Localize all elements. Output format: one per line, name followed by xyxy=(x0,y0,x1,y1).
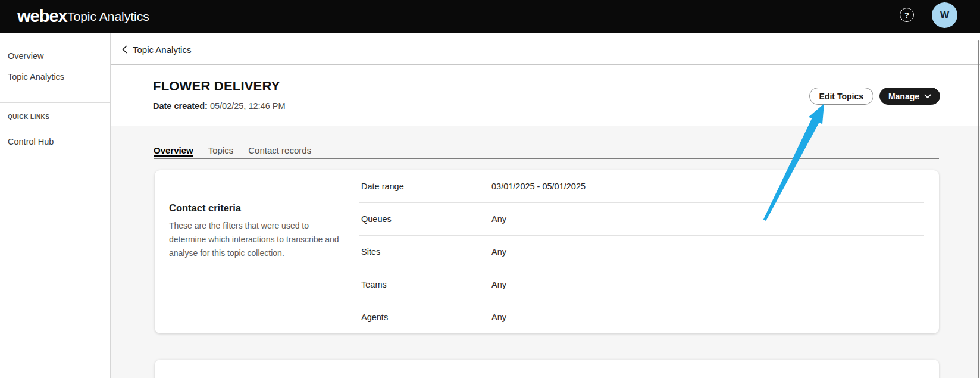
page-title: FLOWER DELIVERY xyxy=(153,80,280,93)
criteria-row-label: Sites xyxy=(361,247,491,257)
contact-criteria-heading: Contact criteria xyxy=(169,203,343,213)
app-header: webex Topic Analytics ? W xyxy=(0,0,980,33)
tab-topics[interactable]: Topics xyxy=(208,146,234,165)
breadcrumb-bar: Topic Analytics xyxy=(111,33,980,65)
criteria-row-value: Any xyxy=(491,280,506,289)
date-created-value: 05/02/25, 12:46 PM xyxy=(210,101,286,111)
sidebar: Overview Topic Analytics QUICK LINKS Con… xyxy=(0,33,111,378)
contact-criteria-card: Contact criteria These are the filters t… xyxy=(155,170,939,333)
help-question-mark: ? xyxy=(904,11,909,20)
avatar-initial: W xyxy=(940,10,949,21)
criteria-row-value: Any xyxy=(491,313,506,322)
criteria-row: AgentsAny xyxy=(359,301,924,333)
avatar[interactable]: W xyxy=(932,2,957,28)
app-title: Topic Analytics xyxy=(67,9,149,24)
breadcrumb-label[interactable]: Topic Analytics xyxy=(133,45,191,55)
manage-button-label: Manage xyxy=(888,92,919,101)
title-section: FLOWER DELIVERY Date created: 05/02/25, … xyxy=(111,65,980,126)
tabs-underline xyxy=(154,158,939,159)
date-created-label: Date created: xyxy=(153,101,208,111)
manage-button[interactable]: Manage xyxy=(879,88,940,105)
criteria-row: TeamsAny xyxy=(359,268,924,301)
criteria-row-value: 03/01/2025 - 05/01/2025 xyxy=(491,182,586,191)
criteria-row-label: Date range xyxy=(361,182,491,191)
criteria-row: Date range03/01/2025 - 05/01/2025 xyxy=(359,170,924,203)
contact-criteria-description: These are the filters that were used to … xyxy=(169,219,343,260)
next-card-partial xyxy=(155,360,939,378)
criteria-row-label: Teams xyxy=(361,280,491,289)
sidebar-divider xyxy=(0,102,110,103)
criteria-row-value: Any xyxy=(491,247,506,257)
date-created: Date created: 05/02/25, 12:46 PM xyxy=(153,101,285,111)
chevron-down-icon xyxy=(924,94,931,99)
back-chevron-icon[interactable] xyxy=(120,45,130,54)
content-area: OverviewTopicsContact records Contact cr… xyxy=(111,126,980,378)
criteria-row-label: Agents xyxy=(361,313,491,322)
quick-links-heading: QUICK LINKS xyxy=(8,114,50,120)
sidebar-item-topic-analytics[interactable]: Topic Analytics xyxy=(8,72,64,82)
criteria-row: QueuesAny xyxy=(359,203,924,236)
criteria-row-label: Queues xyxy=(361,214,491,224)
contact-criteria-rows: Date range03/01/2025 - 05/01/2025QueuesA… xyxy=(359,170,924,333)
tab-contact-records[interactable]: Contact records xyxy=(248,146,311,165)
contact-criteria-intro: Contact criteria These are the filters t… xyxy=(169,203,343,260)
sidebar-item-control-hub[interactable]: Control Hub xyxy=(8,137,54,146)
webex-logo: webex xyxy=(17,7,67,26)
edit-topics-button[interactable]: Edit Topics xyxy=(809,88,873,105)
tabs: OverviewTopicsContact records xyxy=(154,146,311,165)
sidebar-item-overview[interactable]: Overview xyxy=(8,51,43,61)
criteria-row: SitesAny xyxy=(359,236,924,268)
tab-overview[interactable]: Overview xyxy=(154,146,193,165)
vertical-scrollbar[interactable] xyxy=(978,40,979,378)
criteria-row-value: Any xyxy=(491,214,506,224)
help-icon[interactable]: ? xyxy=(900,8,914,22)
